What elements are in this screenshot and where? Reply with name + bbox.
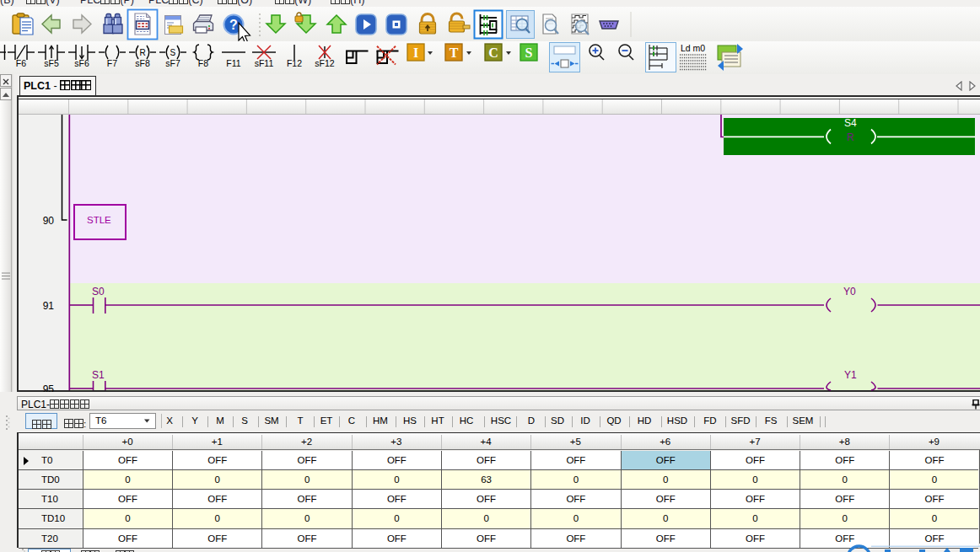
- svg-text:S: S: [525, 46, 533, 60]
- svg-text:Y0: Y0: [843, 286, 856, 297]
- svg-text:S1: S1: [92, 369, 105, 381]
- svg-text:C: C: [488, 46, 498, 60]
- svg-text:F8: F8: [198, 58, 208, 68]
- svg-text:?: ?: [229, 18, 238, 32]
- svg-text:Ld m0: Ld m0: [681, 43, 705, 53]
- svg-text:sF7: sF7: [165, 58, 180, 68]
- svg-text:sF12: sF12: [315, 58, 335, 68]
- svg-text:F11: F11: [226, 58, 240, 68]
- svg-text:F6: F6: [16, 58, 26, 68]
- svg-text:sF8: sF8: [135, 58, 150, 68]
- svg-text:sF5: sF5: [44, 58, 59, 68]
- svg-text:S0: S0: [92, 286, 105, 297]
- svg-text:STLE: STLE: [87, 215, 111, 225]
- svg-text:R: R: [140, 48, 146, 57]
- svg-text:T: T: [450, 46, 459, 60]
- svg-text:R: R: [847, 131, 854, 143]
- svg-text:sF11: sF11: [255, 58, 274, 68]
- svg-text:S: S: [170, 48, 176, 57]
- svg-text:Y1: Y1: [844, 369, 857, 381]
- svg-text:F7: F7: [107, 58, 117, 68]
- svg-text:S4: S4: [844, 117, 857, 129]
- svg-text:sF6: sF6: [74, 58, 89, 68]
- svg-text:F12: F12: [287, 58, 302, 68]
- svg-text:I: I: [413, 46, 418, 60]
